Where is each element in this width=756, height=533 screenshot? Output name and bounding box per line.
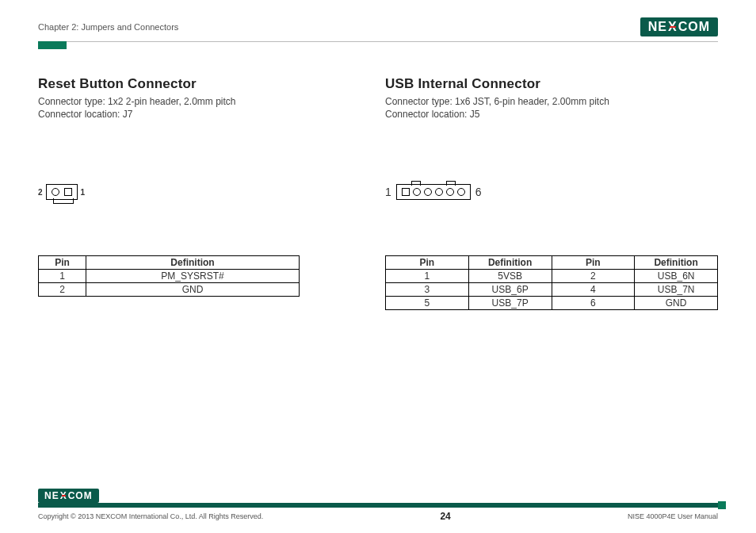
footer-text-row: Copyright © 2013 NEXCOM International Co… xyxy=(38,511,718,522)
reset-pin2-label: 2 xyxy=(38,188,43,197)
brand-logo-footer: NEXCOM xyxy=(38,489,99,503)
col-definition: Definition xyxy=(635,256,718,270)
usb-connector-diagram: 1 6 xyxy=(385,184,482,200)
page-footer: NEXCOM Copyright © 2013 NEXCOM Internati… xyxy=(38,489,718,522)
cell-pin: 2 xyxy=(552,270,635,283)
usb-connector-icon xyxy=(396,184,471,200)
table-row: 1 5VSB 2 USB_6N xyxy=(386,270,718,283)
manual-name: NISE 4000P4E User Manual xyxy=(628,512,718,520)
cell-pin: 4 xyxy=(552,283,635,297)
reset-connector-diagram: 2 1 xyxy=(38,184,85,200)
cell-def: 5VSB xyxy=(468,270,552,283)
reset-pin-table: Pin Definition 1 PM_SYSRST# 2 GND xyxy=(38,255,300,297)
usb-pin-row-icon xyxy=(402,188,465,196)
usb-type-line: Connector type: 1x6 JST, 6-pin header, 2… xyxy=(385,95,718,108)
reset-pin1-label: 1 xyxy=(81,188,86,197)
usb-pin-table: Pin Definition Pin Definition 1 5VSB 2 U… xyxy=(385,255,718,310)
col-definition: Definition xyxy=(468,256,552,270)
cell-def: USB_7N xyxy=(635,283,718,297)
reset-title: Reset Button Connector xyxy=(38,76,353,92)
pin-circle-icon xyxy=(52,188,59,196)
footer-accent-bar xyxy=(38,503,718,508)
col-pin: Pin xyxy=(552,256,635,270)
usb-pin1-label: 1 xyxy=(385,186,391,198)
usb-connector-section: USB Internal Connector Connector type: 1… xyxy=(385,76,718,310)
page-header: Chapter 2: Jumpers and Connectors NEXCOM xyxy=(38,16,718,38)
table-header-row: Pin Definition xyxy=(39,256,300,270)
cell-pin: 1 xyxy=(39,270,86,283)
usb-title: USB Internal Connector xyxy=(385,76,718,92)
brand-left: NE xyxy=(44,490,59,501)
chapter-label: Chapter 2: Jumpers and Connectors xyxy=(38,22,178,32)
col-definition: Definition xyxy=(86,256,300,270)
col-pin: Pin xyxy=(386,256,469,270)
cell-def: USB_7P xyxy=(468,297,552,310)
cell-def: GND xyxy=(635,297,718,310)
col-pin: Pin xyxy=(39,256,86,270)
cell-def: USB_6P xyxy=(468,283,552,297)
accent-bar xyxy=(38,41,67,49)
cell-def: GND xyxy=(86,283,300,297)
brand-right: COM xyxy=(678,20,710,34)
reset-location-line: Connector location: J7 xyxy=(38,108,353,121)
cell-pin: 6 xyxy=(552,297,635,310)
table-row: 3 USB_6P 4 USB_7N xyxy=(386,283,718,297)
brand-right: COM xyxy=(68,490,93,501)
footer-logo-row: NEXCOM xyxy=(38,489,718,503)
brand-x-icon: X xyxy=(668,20,678,34)
pin-square-icon xyxy=(64,188,72,196)
copyright-text: Copyright © 2013 NEXCOM International Co… xyxy=(38,512,263,520)
cell-def: PM_SYSRST# xyxy=(86,270,300,283)
table-row: 5 USB_7P 6 GND xyxy=(386,297,718,310)
cell-pin: 5 xyxy=(386,297,469,310)
brand-x-icon: X xyxy=(60,490,67,501)
cell-pin: 3 xyxy=(386,283,469,297)
header-rule xyxy=(38,41,718,42)
table-row: 1 PM_SYSRST# xyxy=(39,270,300,283)
brand-left: NE xyxy=(648,20,667,34)
reset-type-line: Connector type: 1x2 2-pin header, 2.0mm … xyxy=(38,95,353,108)
content-columns: Reset Button Connector Connector type: 1… xyxy=(38,76,718,310)
table-row: 2 GND xyxy=(39,283,300,297)
usb-location-line: Connector location: J5 xyxy=(385,108,718,121)
cell-pin: 1 xyxy=(386,270,469,283)
usb-pin6-label: 6 xyxy=(475,186,482,198)
reset-diagram-area: 2 1 xyxy=(38,144,353,240)
page-number: 24 xyxy=(440,511,450,522)
cell-def: USB_6N xyxy=(635,270,718,283)
usb-diagram-area: 1 6 xyxy=(385,144,718,240)
table-header-row: Pin Definition Pin Definition xyxy=(386,256,718,270)
brand-logo: NEXCOM xyxy=(640,17,718,36)
cell-pin: 2 xyxy=(39,283,86,297)
reset-connector-icon xyxy=(46,184,78,200)
reset-connector-section: Reset Button Connector Connector type: 1… xyxy=(38,76,353,310)
